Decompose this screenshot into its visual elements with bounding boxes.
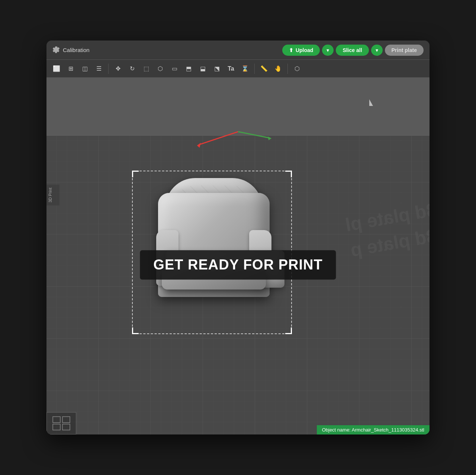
svg-rect-14 bbox=[62, 424, 70, 430]
title-left: Calibration bbox=[52, 46, 282, 54]
toolbar-btn-box2[interactable]: ⬓ bbox=[196, 62, 209, 75]
toolbar-btn-box3[interactable]: ⬔ bbox=[210, 62, 223, 75]
title-bar: Calibration ⬆ Upload ▾ Slice all ▾ Print… bbox=[46, 41, 430, 60]
print-plate-button[interactable]: Print plate bbox=[385, 45, 424, 56]
toolbar-btn-rotate[interactable]: ↻ bbox=[126, 62, 138, 75]
toolbar: ⬜ ⊞ ◫ ☰ ✥ ↻ ⬚ ⬡ ▭ ⬒ ⬓ ⬔ Ta ⌛ 📏 🤚 ⬡ bbox=[46, 60, 430, 78]
toolbar-separator-1 bbox=[108, 64, 109, 74]
toolbar-btn-hex[interactable]: ⬡ bbox=[291, 62, 303, 75]
toolbar-btn-box1[interactable]: ⬒ bbox=[182, 62, 195, 75]
upload-button[interactable]: ⬆ Upload bbox=[282, 45, 320, 56]
side-panel-label: 3D Print bbox=[46, 185, 60, 206]
print-ready-banner: GET READY FOR PRINT bbox=[140, 250, 336, 279]
window-title: Calibration bbox=[63, 47, 90, 53]
toolbar-btn-hand[interactable]: 🤚 bbox=[272, 62, 284, 75]
toolbar-btn-select[interactable]: ⬚ bbox=[140, 62, 152, 75]
toolbar-btn-layout[interactable]: ◫ bbox=[78, 62, 91, 75]
toolbar-btn-square[interactable]: ⬜ bbox=[50, 62, 63, 75]
toolbar-btn-move[interactable]: ✥ bbox=[112, 62, 124, 75]
slice-all-button[interactable]: Slice all bbox=[336, 45, 369, 56]
toolbar-btn-text[interactable]: Ta bbox=[225, 62, 237, 75]
slice-dropdown-button[interactable]: ▾ bbox=[371, 45, 383, 56]
toolbar-btn-shape1[interactable]: ⬡ bbox=[154, 62, 167, 75]
title-actions: ⬆ Upload ▾ Slice all ▾ Print plate bbox=[282, 45, 424, 56]
viewport-3d[interactable]: 3d plate pl 3d plate p 3D Print bbox=[46, 78, 430, 434]
svg-rect-13 bbox=[53, 424, 60, 430]
toolbar-separator-2 bbox=[254, 64, 255, 74]
upload-dropdown-button[interactable]: ▾ bbox=[322, 45, 334, 56]
toolbar-btn-grid[interactable]: ⊞ bbox=[64, 62, 77, 75]
toolbar-btn-ruler[interactable]: 📏 bbox=[258, 62, 270, 75]
app-window: Calibration ⬆ Upload ▾ Slice all ▾ Print… bbox=[46, 41, 430, 434]
gear-icon bbox=[52, 46, 60, 54]
upload-icon: ⬆ bbox=[289, 47, 293, 53]
toolbar-separator-3 bbox=[287, 64, 288, 74]
toolbar-btn-rect[interactable]: ▭ bbox=[168, 62, 181, 75]
svg-rect-12 bbox=[62, 417, 70, 423]
toolbar-btn-watch[interactable]: ⌛ bbox=[239, 62, 251, 75]
grid-icon-small bbox=[52, 416, 71, 431]
svg-rect-2 bbox=[46, 78, 430, 135]
bottom-left-panel bbox=[46, 412, 76, 434]
svg-rect-11 bbox=[53, 417, 60, 423]
status-bar: Object name: Armchair_Sketch_1113035324.… bbox=[317, 425, 430, 434]
toolbar-btn-list[interactable]: ☰ bbox=[93, 62, 105, 75]
